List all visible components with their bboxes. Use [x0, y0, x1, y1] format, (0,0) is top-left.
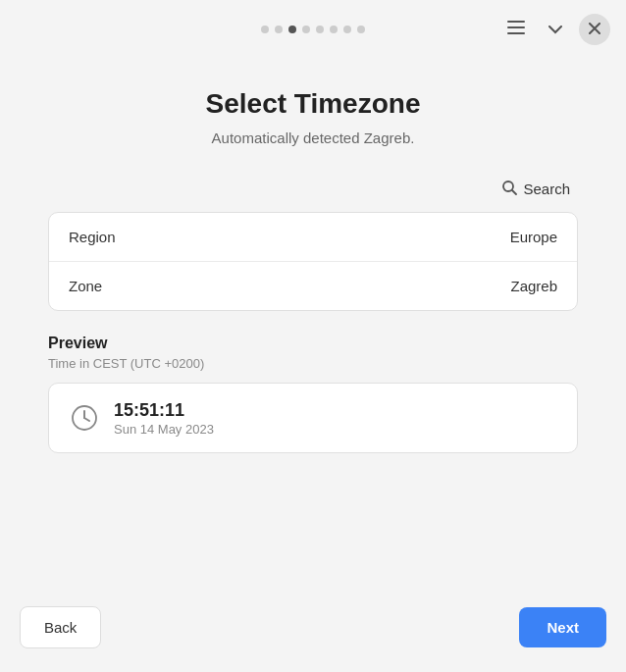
preview-time: 15:51:11 — [114, 399, 214, 422]
zone-row[interactable]: Zone Zagreb — [49, 262, 577, 310]
hamburger-icon — [507, 21, 525, 38]
page-title: Select Timezone — [206, 88, 421, 120]
bottom-bar: Back Next — [0, 591, 626, 672]
preview-subtitle: Time in CEST (UTC +0200) — [48, 356, 578, 371]
svg-rect-0 — [507, 21, 525, 23]
dot-5 — [316, 26, 324, 33]
dot-2 — [275, 26, 283, 33]
svg-line-7 — [84, 418, 89, 421]
preview-title: Preview — [48, 335, 578, 352]
chevron-down-button[interactable] — [540, 14, 571, 45]
progress-dots — [261, 26, 365, 33]
clock-icon — [69, 402, 100, 434]
region-label: Region — [69, 229, 116, 245]
zone-label: Zone — [69, 278, 102, 294]
preview-date: Sun 14 May 2023 — [114, 422, 214, 437]
preview-time-block: 15:51:11 Sun 14 May 2023 — [114, 399, 214, 437]
svg-rect-2 — [507, 32, 525, 34]
search-button[interactable]: Search — [494, 176, 578, 202]
top-right-controls — [500, 14, 610, 45]
dot-3 — [288, 26, 296, 33]
search-label: Search — [523, 181, 570, 197]
next-button[interactable]: Next — [519, 607, 606, 647]
svg-line-4 — [512, 190, 516, 194]
preview-card: 15:51:11 Sun 14 May 2023 — [48, 383, 578, 453]
page-subtitle: Automatically detected Zagreb. — [212, 129, 415, 146]
search-row: Search — [48, 176, 578, 202]
svg-rect-1 — [507, 26, 525, 28]
top-bar — [0, 0, 626, 59]
search-icon — [501, 180, 517, 198]
zone-value: Zagreb — [510, 278, 557, 294]
region-value: Europe — [510, 229, 557, 245]
back-button[interactable]: Back — [20, 606, 101, 648]
region-row[interactable]: Region Europe — [49, 213, 577, 262]
dot-7 — [343, 26, 351, 33]
close-button[interactable] — [579, 14, 610, 45]
dot-6 — [330, 26, 338, 33]
dot-8 — [357, 26, 365, 33]
menu-button[interactable] — [500, 14, 532, 45]
chevron-down-icon — [548, 21, 562, 38]
preview-section: Preview Time in CEST (UTC +0200) 15:51:1… — [48, 335, 578, 453]
close-icon — [589, 21, 600, 38]
main-content: Select Timezone Automatically detected Z… — [0, 59, 626, 473]
timezone-card: Region Europe Zone Zagreb — [48, 212, 578, 311]
dot-1 — [261, 26, 269, 33]
dot-4 — [302, 26, 310, 33]
